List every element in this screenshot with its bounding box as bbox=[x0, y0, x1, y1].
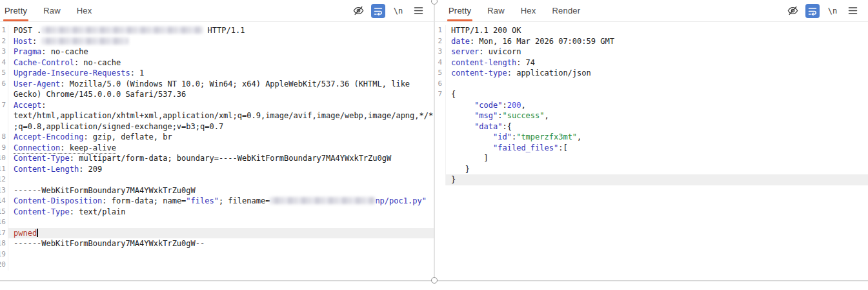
code-token: ------WebKitFormBoundary7MA4YWxkTrZu0gW bbox=[14, 186, 196, 195]
code-token bbox=[451, 111, 474, 120]
line-number: 5 bbox=[435, 68, 446, 79]
tab-raw[interactable]: Raw bbox=[43, 0, 61, 22]
line-content: "code":200, bbox=[446, 100, 868, 111]
request-editor[interactable]: 1POST . HTTP/1.12Host: 3Pragma: no-cache… bbox=[0, 23, 434, 281]
code-token: : multipart/form-data; boundary=----WebK… bbox=[70, 154, 392, 163]
line-number bbox=[435, 153, 446, 164]
code-token: "files" bbox=[186, 196, 219, 205]
line-content: Host: bbox=[8, 36, 434, 47]
menu-icon[interactable] bbox=[845, 4, 860, 18]
hide-eye-icon[interactable] bbox=[351, 4, 365, 18]
line-number bbox=[435, 143, 446, 154]
line-content bbox=[446, 79, 868, 90]
line-content: Connection: keep-alive bbox=[8, 143, 434, 154]
line-number: 1 bbox=[0, 25, 8, 36]
response-lines: 1HTTP/1.1 200 OK2date: Mon, 16 Mar 2026 … bbox=[435, 25, 868, 185]
code-token: Content-Type bbox=[14, 207, 70, 216]
code-token: { bbox=[451, 90, 456, 99]
code-line: ] bbox=[435, 153, 868, 164]
line-number: 6 bbox=[435, 79, 446, 90]
code-token: "msg" bbox=[474, 111, 498, 120]
code-token: Accept-Encoding bbox=[14, 132, 83, 141]
tab-pretty[interactable]: Pretty bbox=[449, 0, 471, 22]
vertical-splitter[interactable] bbox=[434, 0, 435, 281]
code-line: 9Connection: keep-alive bbox=[0, 143, 434, 154]
line-number: 6 bbox=[0, 79, 8, 100]
code-token: : form-data; name= bbox=[102, 196, 186, 205]
code-line: 16 bbox=[0, 217, 434, 228]
code-token bbox=[451, 132, 493, 141]
redacted-text bbox=[270, 197, 375, 204]
code-token: Content-Disposition bbox=[14, 196, 102, 205]
code-token: Host bbox=[14, 37, 32, 46]
code-token: : Mon, 16 Mar 2026 07:00:59 GMT bbox=[470, 37, 614, 46]
line-content: } bbox=[446, 164, 868, 175]
code-token: : Mozilla/5.0 (Windows NT 10.0; Win64; x… bbox=[14, 79, 414, 99]
newline-toggle-icon[interactable]: \n bbox=[825, 4, 840, 18]
line-number: 10 bbox=[0, 153, 8, 164]
tab-hex[interactable]: Hex bbox=[521, 0, 536, 22]
code-line: 5content-type: application/json bbox=[435, 68, 868, 79]
code-token: ------WebKitFormBoundary7MA4YWxkTrZu0gW-… bbox=[14, 239, 205, 248]
line-number: 16 bbox=[0, 217, 8, 228]
code-token: Upgrade-Insecure-Requests bbox=[14, 68, 130, 78]
request-tabbar: PrettyRawHex bbox=[0, 0, 434, 22]
code-line: 8Accept-Encoding: gzip, deflate, br bbox=[0, 132, 434, 143]
code-token: "code" bbox=[474, 101, 502, 110]
code-token: HTTP/1.1 bbox=[203, 26, 245, 35]
code-line: 19 bbox=[0, 249, 434, 260]
tab-raw[interactable]: Raw bbox=[487, 0, 505, 22]
menu-icon[interactable] bbox=[411, 4, 425, 18]
line-content: content-type: application/json bbox=[446, 68, 868, 79]
request-pane: PrettyRawHex bbox=[0, 0, 434, 281]
line-number: 2 bbox=[0, 36, 8, 47]
code-line: "id":"tmperzfx3mt", bbox=[435, 132, 868, 143]
line-number: 3 bbox=[435, 47, 446, 57]
line-content: ] bbox=[446, 153, 868, 164]
code-token: :[ bbox=[558, 143, 567, 152]
response-tabs: PrettyRawHexRender bbox=[449, 0, 596, 22]
code-token: } bbox=[451, 165, 470, 174]
code-line: } bbox=[435, 174, 868, 185]
splitter-handle-bottom[interactable] bbox=[431, 277, 438, 284]
tab-pretty[interactable]: Pretty bbox=[5, 0, 27, 22]
line-content: Pragma: no-cache bbox=[8, 47, 434, 57]
word-wrap-icon[interactable] bbox=[371, 4, 385, 18]
newline-toggle-icon[interactable]: \n bbox=[391, 4, 405, 18]
code-token: : 74 bbox=[516, 58, 535, 67]
line-content: User-Agent: Mozilla/5.0 (Windows NT 10.0… bbox=[8, 79, 434, 100]
code-token: "id" bbox=[493, 132, 512, 141]
line-content: "id":"tmperzfx3mt", bbox=[446, 132, 868, 143]
code-line: "code":200, bbox=[435, 100, 868, 111]
tab-hex[interactable]: Hex bbox=[77, 0, 92, 22]
code-token: : 1 bbox=[130, 68, 145, 78]
line-number bbox=[435, 121, 446, 132]
line-number: 12 bbox=[0, 174, 8, 185]
code-line: 18------WebKitFormBoundary7MA4YWxkTrZu0g… bbox=[0, 238, 434, 249]
line-number: 18 bbox=[0, 238, 8, 249]
request-lines: 1POST . HTTP/1.12Host: 3Pragma: no-cache… bbox=[0, 25, 434, 271]
word-wrap-icon[interactable] bbox=[805, 4, 820, 18]
code-token: , bbox=[521, 101, 525, 110]
hide-eye-icon[interactable] bbox=[785, 4, 800, 18]
code-token: :{ bbox=[502, 122, 511, 131]
code-token: Cache-Control bbox=[14, 58, 74, 67]
line-number bbox=[435, 164, 446, 175]
code-line: 6 bbox=[435, 79, 868, 90]
response-editor[interactable]: 1HTTP/1.1 200 OK2date: Mon, 16 Mar 2026 … bbox=[435, 23, 868, 281]
code-line: } bbox=[435, 164, 868, 175]
line-content: Content-Type: multipart/form-data; bound… bbox=[8, 153, 434, 164]
line-number: 13 bbox=[0, 185, 8, 196]
code-line: 10Content-Type: multipart/form-data; bou… bbox=[0, 153, 434, 164]
line-number: 7 bbox=[435, 89, 446, 100]
code-line: 1HTTP/1.1 200 OK bbox=[435, 25, 868, 36]
line-content bbox=[8, 249, 434, 260]
code-line: 2date: Mon, 16 Mar 2026 07:00:59 GMT bbox=[435, 36, 868, 47]
code-token: content-type bbox=[451, 68, 507, 78]
request-tabs: PrettyRawHex bbox=[5, 0, 108, 22]
line-content: HTTP/1.1 200 OK bbox=[446, 25, 868, 36]
tab-render[interactable]: Render bbox=[552, 0, 580, 22]
line-number: 2 bbox=[435, 36, 446, 47]
line-number bbox=[435, 174, 446, 185]
code-token: : keep-alive bbox=[60, 143, 116, 154]
